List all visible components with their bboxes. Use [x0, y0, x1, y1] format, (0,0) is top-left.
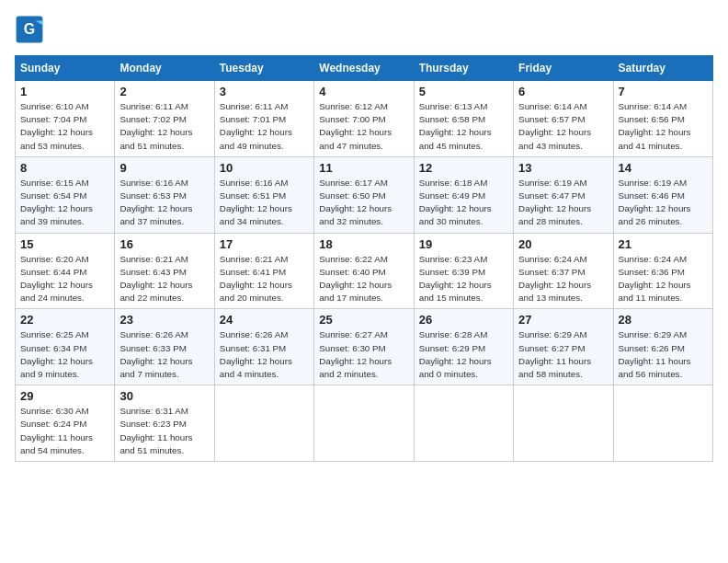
day-info: Sunrise: 6:22 AM Sunset: 6:40 PM Dayligh…	[319, 253, 408, 305]
day-info: Sunrise: 6:12 AM Sunset: 7:00 PM Dayligh…	[319, 100, 408, 153]
day-info: Sunrise: 6:29 AM Sunset: 6:27 PM Dayligh…	[518, 328, 608, 381]
day-info: Sunrise: 6:11 AM Sunset: 7:01 PM Dayligh…	[220, 100, 309, 153]
day-header-wednesday: Wednesday	[314, 56, 414, 81]
calendar-cell: 23Sunrise: 6:26 AM Sunset: 6:33 PM Dayli…	[115, 309, 214, 385]
day-header-friday: Friday	[514, 56, 613, 81]
day-number: 18	[319, 237, 408, 251]
calendar-cell: 24Sunrise: 6:26 AM Sunset: 6:31 PM Dayli…	[214, 309, 313, 385]
day-number: 1	[20, 85, 109, 98]
day-number: 20	[518, 237, 608, 251]
calendar-cell: 12Sunrise: 6:18 AM Sunset: 6:49 PM Dayli…	[414, 156, 513, 233]
day-number: 13	[518, 161, 608, 175]
calendar-cell: 5Sunrise: 6:13 AM Sunset: 6:58 PM Daylig…	[414, 81, 513, 157]
calendar-cell: 27Sunrise: 6:29 AM Sunset: 6:27 PM Dayli…	[514, 309, 613, 385]
page-header: G	[15, 15, 713, 44]
day-number: 2	[119, 85, 209, 98]
calendar-cell: 19Sunrise: 6:23 AM Sunset: 6:39 PM Dayli…	[414, 233, 513, 309]
day-number: 15	[20, 237, 109, 251]
day-info: Sunrise: 6:23 AM Sunset: 6:39 PM Dayligh…	[419, 253, 508, 305]
day-number: 16	[119, 237, 209, 251]
calendar-cell: 22Sunrise: 6:25 AM Sunset: 6:34 PM Dayli…	[16, 309, 115, 385]
day-header-saturday: Saturday	[613, 56, 712, 81]
day-number: 24	[220, 313, 309, 327]
calendar-cell: 28Sunrise: 6:29 AM Sunset: 6:26 PM Dayli…	[613, 309, 712, 385]
calendar-cell: 8Sunrise: 6:15 AM Sunset: 6:54 PM Daylig…	[16, 156, 115, 233]
day-number: 27	[518, 313, 608, 327]
day-number: 30	[119, 389, 209, 403]
calendar-cell: 14Sunrise: 6:19 AM Sunset: 6:46 PM Dayli…	[613, 156, 712, 233]
calendar-cell: 16Sunrise: 6:21 AM Sunset: 6:43 PM Dayli…	[115, 233, 214, 309]
svg-text:G: G	[24, 21, 35, 37]
day-number: 14	[619, 161, 708, 175]
day-info: Sunrise: 6:26 AM Sunset: 6:31 PM Dayligh…	[220, 328, 309, 381]
calendar-cell	[214, 385, 313, 462]
logo: G	[15, 15, 48, 44]
day-info: Sunrise: 6:15 AM Sunset: 6:54 PM Dayligh…	[20, 177, 109, 229]
calendar-cell: 25Sunrise: 6:27 AM Sunset: 6:30 PM Dayli…	[314, 309, 414, 385]
calendar-cell: 21Sunrise: 6:24 AM Sunset: 6:36 PM Dayli…	[613, 233, 712, 309]
calendar-cell: 11Sunrise: 6:17 AM Sunset: 6:50 PM Dayli…	[314, 156, 414, 233]
day-info: Sunrise: 6:14 AM Sunset: 6:57 PM Dayligh…	[518, 100, 608, 153]
days-header-row: SundayMondayTuesdayWednesdayThursdayFrid…	[16, 56, 713, 81]
day-info: Sunrise: 6:26 AM Sunset: 6:33 PM Dayligh…	[119, 328, 209, 381]
calendar-table: SundayMondayTuesdayWednesdayThursdayFrid…	[15, 55, 713, 462]
calendar-cell: 29Sunrise: 6:30 AM Sunset: 6:24 PM Dayli…	[16, 385, 115, 462]
calendar-cell: 30Sunrise: 6:31 AM Sunset: 6:23 PM Dayli…	[115, 385, 214, 462]
calendar-cell: 10Sunrise: 6:16 AM Sunset: 6:51 PM Dayli…	[214, 156, 313, 233]
day-number: 28	[619, 313, 708, 327]
day-number: 29	[20, 389, 109, 403]
day-info: Sunrise: 6:21 AM Sunset: 6:43 PM Dayligh…	[119, 253, 209, 305]
calendar-cell: 7Sunrise: 6:14 AM Sunset: 6:56 PM Daylig…	[613, 81, 712, 157]
calendar-week-row: 1Sunrise: 6:10 AM Sunset: 7:04 PM Daylig…	[16, 81, 713, 157]
day-info: Sunrise: 6:20 AM Sunset: 6:44 PM Dayligh…	[20, 253, 109, 305]
day-number: 12	[419, 161, 508, 175]
day-number: 11	[319, 161, 408, 175]
day-number: 19	[419, 237, 508, 251]
calendar-cell: 1Sunrise: 6:10 AM Sunset: 7:04 PM Daylig…	[16, 81, 115, 157]
day-number: 5	[419, 85, 508, 98]
day-info: Sunrise: 6:25 AM Sunset: 6:34 PM Dayligh…	[20, 328, 109, 381]
day-number: 7	[619, 85, 708, 98]
day-info: Sunrise: 6:19 AM Sunset: 6:46 PM Dayligh…	[619, 177, 708, 229]
day-info: Sunrise: 6:27 AM Sunset: 6:30 PM Dayligh…	[319, 328, 408, 381]
day-header-sunday: Sunday	[16, 56, 115, 81]
day-info: Sunrise: 6:18 AM Sunset: 6:49 PM Dayligh…	[419, 177, 508, 229]
calendar-cell: 26Sunrise: 6:28 AM Sunset: 6:29 PM Dayli…	[414, 309, 513, 385]
calendar-cell: 13Sunrise: 6:19 AM Sunset: 6:47 PM Dayli…	[514, 156, 613, 233]
calendar-cell: 9Sunrise: 6:16 AM Sunset: 6:53 PM Daylig…	[115, 156, 214, 233]
calendar-cell: 20Sunrise: 6:24 AM Sunset: 6:37 PM Dayli…	[514, 233, 613, 309]
day-info: Sunrise: 6:31 AM Sunset: 6:23 PM Dayligh…	[119, 405, 209, 457]
calendar-cell	[514, 385, 613, 462]
day-info: Sunrise: 6:24 AM Sunset: 6:36 PM Dayligh…	[619, 253, 708, 305]
calendar-cell: 6Sunrise: 6:14 AM Sunset: 6:57 PM Daylig…	[514, 81, 613, 157]
day-info: Sunrise: 6:13 AM Sunset: 6:58 PM Dayligh…	[419, 100, 508, 153]
calendar-cell: 2Sunrise: 6:11 AM Sunset: 7:02 PM Daylig…	[115, 81, 214, 157]
day-info: Sunrise: 6:28 AM Sunset: 6:29 PM Dayligh…	[419, 328, 508, 381]
day-info: Sunrise: 6:29 AM Sunset: 6:26 PM Dayligh…	[619, 328, 708, 381]
calendar-week-row: 22Sunrise: 6:25 AM Sunset: 6:34 PM Dayli…	[16, 309, 713, 385]
day-number: 25	[319, 313, 408, 327]
day-number: 6	[518, 85, 608, 98]
day-number: 10	[220, 161, 309, 175]
day-info: Sunrise: 6:10 AM Sunset: 7:04 PM Dayligh…	[20, 100, 109, 153]
calendar-cell: 4Sunrise: 6:12 AM Sunset: 7:00 PM Daylig…	[314, 81, 414, 157]
day-number: 26	[419, 313, 508, 327]
calendar-cell	[414, 385, 513, 462]
day-header-monday: Monday	[115, 56, 214, 81]
day-info: Sunrise: 6:19 AM Sunset: 6:47 PM Dayligh…	[518, 177, 608, 229]
day-number: 9	[119, 161, 209, 175]
calendar-week-row: 29Sunrise: 6:30 AM Sunset: 6:24 PM Dayli…	[16, 385, 713, 462]
calendar-cell: 17Sunrise: 6:21 AM Sunset: 6:41 PM Dayli…	[214, 233, 313, 309]
calendar-cell: 18Sunrise: 6:22 AM Sunset: 6:40 PM Dayli…	[314, 233, 414, 309]
day-number: 8	[20, 161, 109, 175]
day-number: 23	[119, 313, 209, 327]
day-number: 17	[220, 237, 309, 251]
calendar-week-row: 15Sunrise: 6:20 AM Sunset: 6:44 PM Dayli…	[16, 233, 713, 309]
day-info: Sunrise: 6:30 AM Sunset: 6:24 PM Dayligh…	[20, 405, 109, 457]
day-number: 22	[20, 313, 109, 327]
day-info: Sunrise: 6:16 AM Sunset: 6:53 PM Dayligh…	[119, 177, 209, 229]
calendar-cell	[314, 385, 414, 462]
day-info: Sunrise: 6:11 AM Sunset: 7:02 PM Dayligh…	[119, 100, 209, 153]
day-info: Sunrise: 6:16 AM Sunset: 6:51 PM Dayligh…	[220, 177, 309, 229]
calendar-week-row: 8Sunrise: 6:15 AM Sunset: 6:54 PM Daylig…	[16, 156, 713, 233]
